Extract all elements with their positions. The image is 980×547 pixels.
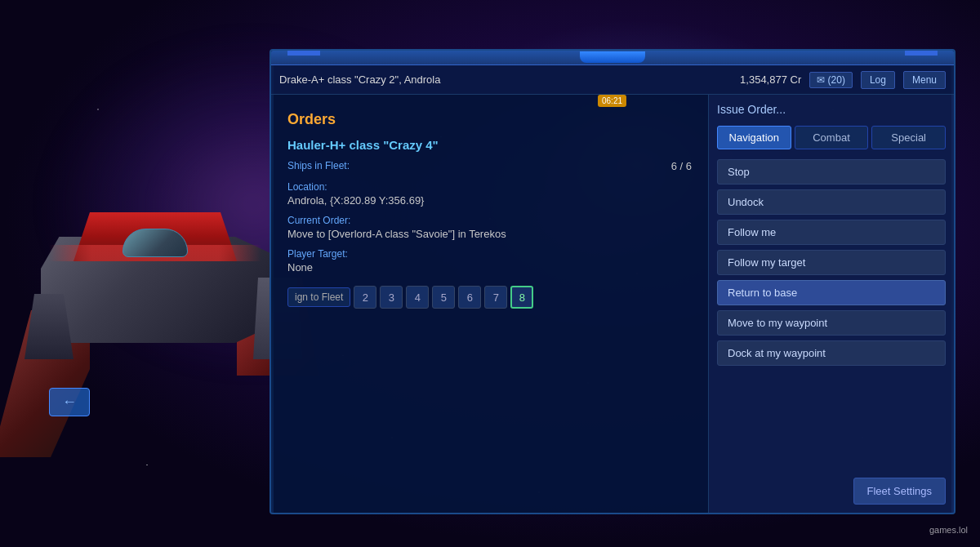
main-panel: Drake-A+ class "Crazy 2", Androla 1,354,… xyxy=(270,49,956,514)
corner-tl xyxy=(287,49,320,56)
orders-title: Orders xyxy=(287,111,692,128)
fleet-btn-3[interactable]: 3 xyxy=(380,286,403,309)
current-order-value: Move to [Overlord-A class "Savoie"] in T… xyxy=(287,228,692,240)
fleet-btn-8[interactable]: 8 xyxy=(510,286,533,309)
orders-panel: Orders Hauler-H+ class "Crazy 4" Ships i… xyxy=(271,95,709,513)
top-bar: Drake-A+ class "Crazy 2", Androla 1,354,… xyxy=(271,65,954,95)
cockpit xyxy=(122,229,188,257)
ships-in-fleet-value: 6 / 6 xyxy=(671,160,692,172)
order-move-waypoint-button[interactable]: Move to my waypoint xyxy=(717,310,946,336)
panel-top-decoration xyxy=(271,49,954,65)
mail-button[interactable]: ✉ (20) xyxy=(809,72,853,88)
player-target-value: None xyxy=(287,261,692,274)
location-value: Androla, {X:820.89 Y:356.69} xyxy=(287,194,692,207)
watermark: games.lol xyxy=(929,525,968,535)
fleet-name: Hauler-H+ class "Crazy 4" xyxy=(287,138,692,152)
content-area: Orders Hauler-H+ class "Crazy 4" Ships i… xyxy=(271,95,954,513)
player-target-label: Player Target: xyxy=(287,248,692,260)
fleet-btn-2[interactable]: 2 xyxy=(354,286,376,309)
tab-special[interactable]: Special xyxy=(871,126,946,149)
fleet-buttons-row: ign to Fleet 2 3 4 5 6 7 8 xyxy=(287,286,692,309)
ships-in-fleet-label: Ships in Fleet: xyxy=(287,160,350,171)
time-badge: 06:21 xyxy=(598,95,626,107)
back-button[interactable]: ← xyxy=(49,388,90,416)
tab-combat[interactable]: Combat xyxy=(795,126,869,149)
current-order-label: Current Order: xyxy=(287,215,692,226)
order-dock-waypoint-button[interactable]: Dock at my waypoint xyxy=(717,340,946,366)
fleet-btn-4[interactable]: 4 xyxy=(406,286,429,309)
log-button[interactable]: Log xyxy=(861,71,895,89)
order-follow-me-button[interactable]: Follow me xyxy=(717,220,946,245)
fleet-btn-5[interactable]: 5 xyxy=(432,286,455,309)
tab-row: Navigation Combat Special xyxy=(717,126,946,149)
ships-in-fleet-row: Ships in Fleet: 6 / 6 xyxy=(287,160,692,173)
fleet-btn-6[interactable]: 6 xyxy=(458,286,481,309)
order-stop-button[interactable]: Stop xyxy=(717,159,946,185)
fleet-btn-7[interactable]: 7 xyxy=(484,286,507,309)
menu-button[interactable]: Menu xyxy=(903,71,946,89)
order-follow-target-button[interactable]: Follow my target xyxy=(717,250,946,275)
order-return-base-button[interactable]: Return to base xyxy=(717,280,946,305)
credits-display: 1,354,877 Cr xyxy=(740,73,801,86)
order-undock-button[interactable]: Undock xyxy=(717,189,946,215)
issue-order-title: Issue Order... xyxy=(717,103,946,116)
issue-order-panel: Issue Order... Navigation Combat Special… xyxy=(709,95,954,513)
location-label: Location: xyxy=(287,181,692,193)
corner-tr xyxy=(905,49,938,56)
panel-top-center xyxy=(580,51,645,63)
spaceship: ← xyxy=(0,163,310,441)
tab-navigation[interactable]: Navigation xyxy=(717,126,791,149)
fleet-settings-button[interactable]: Fleet Settings xyxy=(853,478,947,505)
assign-to-fleet-button[interactable]: ign to Fleet xyxy=(287,287,350,307)
ship-name-label: Drake-A+ class "Crazy 2", Androla xyxy=(279,73,732,86)
